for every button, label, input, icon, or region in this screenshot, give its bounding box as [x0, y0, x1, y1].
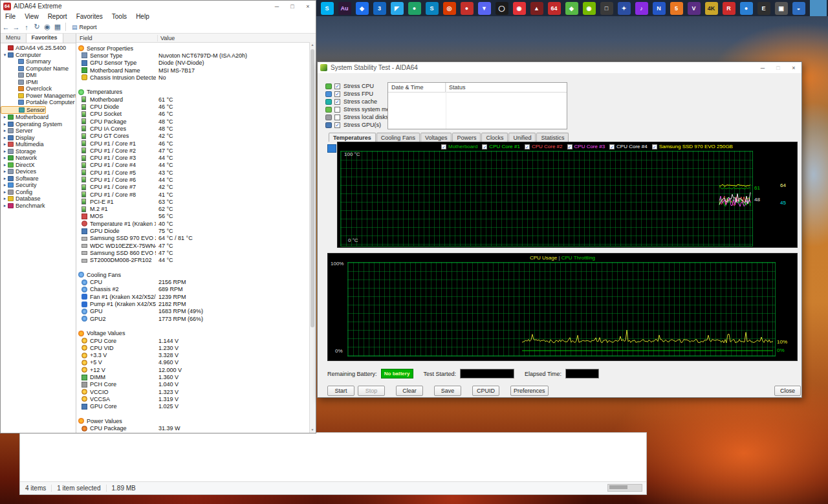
horizontal-scrollbar-thumb[interactable] — [609, 485, 627, 489]
tree-item-computer-name[interactable]: Computer Name — [1, 65, 76, 72]
checkbox[interactable]: ✓ — [652, 144, 657, 149]
expanded-arrow-icon[interactable]: ▾ — [2, 52, 8, 58]
close-icon[interactable]: × — [786, 62, 801, 73]
tree-item-multimedia[interactable]: ▸Multimedia — [1, 141, 76, 148]
legend-item-cpu-core-4[interactable]: ✓CPU Core #4 — [609, 144, 648, 149]
collapsed-arrow-icon[interactable]: ▸ — [2, 176, 8, 181]
sensor-row-cpu-socket[interactable]: CPU Socket46 °C — [76, 111, 316, 118]
maximize-icon[interactable]: □ — [285, 1, 300, 12]
aida64-titlebar[interactable]: 64 AIDA64 Extreme ─ □ × — [1, 1, 316, 12]
sensor-row-cpu-core[interactable]: CPU Core1.144 V — [76, 337, 316, 344]
sensor-row-cpu-ia-cores[interactable]: CPU IA Cores48 °C — [76, 125, 316, 132]
sensor-row-cpu-1-core-3[interactable]: CPU #1 / Core #344 °C — [76, 154, 316, 161]
taskbar-app-icon[interactable]: ✦ — [618, 2, 631, 15]
sensor-group-cooling-fans[interactable]: Cooling Fans — [76, 271, 316, 278]
sensor-group-temperatures[interactable]: Temperatures — [76, 89, 316, 96]
menu-item-tools[interactable]: Tools — [107, 13, 131, 20]
sensor-row-st2000dm008-2fr102[interactable]: ST2000DM008-2FR10244 °C — [76, 257, 316, 264]
tree-item-dmi[interactable]: DMI — [1, 72, 76, 79]
checkbox[interactable] — [334, 107, 340, 113]
taskbar-app-icon[interactable]: ● — [740, 2, 753, 15]
tree-item-storage[interactable]: ▸Storage — [1, 148, 76, 155]
taskbar-app-icon[interactable]: ♪ — [635, 2, 648, 15]
taskbar-app-icon[interactable]: ● — [461, 2, 474, 15]
tab-temperatures[interactable]: Temperatures — [329, 133, 376, 142]
legend-item-cpu-core-2[interactable]: ✓CPU Core #2 — [525, 144, 563, 149]
clear-button[interactable]: Clear — [396, 386, 423, 396]
tree-item-overclock[interactable]: Overclock — [1, 85, 76, 93]
tree-item-display[interactable]: ▸Display — [1, 135, 76, 142]
taskbar-app-icon[interactable]: S — [426, 2, 439, 15]
tree-item-aida64-v6-25-5400[interactable]: AIDA64 v6.25.5400 — [1, 45, 76, 52]
sensor-row-gpu-sensor-type[interactable]: GPU Sensor TypeDiode (NV-Diode) — [76, 60, 316, 67]
menu-item-file[interactable]: File — [1, 13, 20, 20]
cpuid-button[interactable]: CPUID — [472, 386, 499, 396]
taskbar-app-icon[interactable]: ◎ — [443, 2, 456, 15]
legend-item-motherboard[interactable]: ✓Motherboard — [441, 144, 477, 149]
taskbar-app-icon[interactable]: 4K — [705, 2, 718, 15]
sensor-row-cpu-1-core-7[interactable]: CPU #1 / Core #742 °C — [76, 184, 316, 191]
taskbar-app-icon[interactable]: ◈ — [565, 2, 578, 15]
sensor-row-vccsa[interactable]: VCCSA1.319 V — [76, 395, 316, 402]
taskbar-app-icon[interactable]: ▼ — [478, 2, 491, 15]
taskbar-app-icon[interactable]: ◉ — [513, 2, 526, 15]
scroll-down-icon[interactable]: ▼ — [310, 427, 315, 433]
tree-item-computer[interactable]: ▾Computer — [1, 52, 76, 59]
scroll-up-icon[interactable]: ▲ — [310, 42, 315, 48]
forward-icon[interactable]: → — [11, 23, 21, 31]
taskbar-app-icon[interactable]: 64 — [548, 2, 561, 15]
collapsed-arrow-icon[interactable]: ▸ — [2, 142, 8, 147]
menu-item-report[interactable]: Report — [43, 13, 72, 20]
tree-item-benchmark[interactable]: ▸Benchmark — [1, 203, 76, 210]
collapsed-arrow-icon[interactable]: ▸ — [2, 135, 8, 140]
checkbox[interactable]: ✓ — [609, 144, 615, 149]
legend-item-samsung-ssd-970-evo-250gb[interactable]: ✓Samsung SSD 970 EVO 250GB — [652, 144, 733, 149]
tree-item-operating-system[interactable]: ▸Operating System — [1, 121, 76, 128]
sensor-row-dimm[interactable]: DIMM1.360 V — [76, 373, 316, 380]
collapsed-arrow-icon[interactable]: ▸ — [2, 162, 8, 168]
menu-item-favorites[interactable]: Favorites — [72, 13, 107, 20]
back-icon[interactable]: ← — [1, 23, 11, 31]
tree-item-security[interactable]: ▸Security — [1, 182, 76, 189]
tab-menu[interactable]: Menu — [1, 34, 26, 43]
tab-favorites[interactable]: Favorites — [26, 34, 63, 43]
horizontal-scrollbar[interactable] — [607, 484, 642, 492]
minimize-icon[interactable]: ─ — [269, 1, 285, 12]
tree-item-network[interactable]: ▸Network — [1, 155, 76, 162]
sensor-row-pch-core[interactable]: PCH Core1.040 V — [76, 381, 316, 388]
taskbar-app-icon[interactable]: Au — [338, 2, 351, 15]
tab-statistics[interactable]: Statistics — [536, 133, 569, 142]
minimize-icon[interactable]: ─ — [755, 62, 770, 73]
tab-powers[interactable]: Powers — [452, 133, 481, 142]
tab-cooling-fans[interactable]: Cooling Fans — [376, 133, 420, 142]
scrollbar-thumb[interactable] — [310, 49, 314, 327]
sensor-row-gpu-diode[interactable]: GPU Diode75 °C — [76, 227, 316, 234]
tree-item-power-management[interactable]: Power Management — [1, 93, 76, 100]
checkbox[interactable]: ✓ — [334, 83, 340, 89]
tab-clocks[interactable]: Clocks — [481, 133, 508, 142]
taskbar-app-icon[interactable]: E — [757, 2, 770, 15]
find-icon[interactable]: ◉ — [42, 23, 52, 31]
tree-item-portable-computer[interactable]: Portable Computer — [1, 99, 76, 106]
collapsed-arrow-icon[interactable]: ▸ — [2, 149, 8, 154]
taskbar-app-icon[interactable]: V — [688, 2, 701, 15]
taskbar-app-icon[interactable]: ◒ — [792, 2, 805, 15]
sensor-row-cpu-package[interactable]: CPU Package48 °C — [76, 118, 316, 125]
tree-item-motherboard[interactable]: ▸Motherboard — [1, 114, 76, 121]
tree-item-summary[interactable]: Summary — [1, 58, 76, 65]
sensor-row-pci-e-1[interactable]: PCI-E #163 °C — [76, 198, 316, 205]
sensor-group-voltage-values[interactable]: Voltage Values — [76, 330, 316, 337]
sensor-group-sensor-properties[interactable]: Sensor Properties — [76, 45, 316, 52]
tree-item-devices[interactable]: ▸Devices — [1, 168, 76, 175]
sensor-row-cpu-1-core-2[interactable]: CPU #1 / Core #247 °C — [76, 147, 316, 154]
checkbox[interactable] — [334, 115, 340, 120]
sensor-row-chassis-intrusion-detected[interactable]: Chassis Intrusion DetectedNo — [76, 74, 316, 81]
checkbox[interactable]: ✓ — [334, 122, 340, 128]
checkbox[interactable]: ✓ — [334, 99, 340, 105]
collapsed-arrow-icon[interactable]: ▸ — [2, 155, 8, 160]
sensor-row-mos[interactable]: MOS56 °C — [76, 213, 316, 220]
sensor-row-cpu-package[interactable]: CPU Package31.39 W — [76, 424, 316, 432]
collapsed-arrow-icon[interactable]: ▸ — [2, 203, 8, 208]
chart-icon[interactable]: ▦ — [52, 23, 63, 31]
sensor-row-chassis-2[interactable]: Chassis #2689 RPM — [76, 286, 316, 293]
